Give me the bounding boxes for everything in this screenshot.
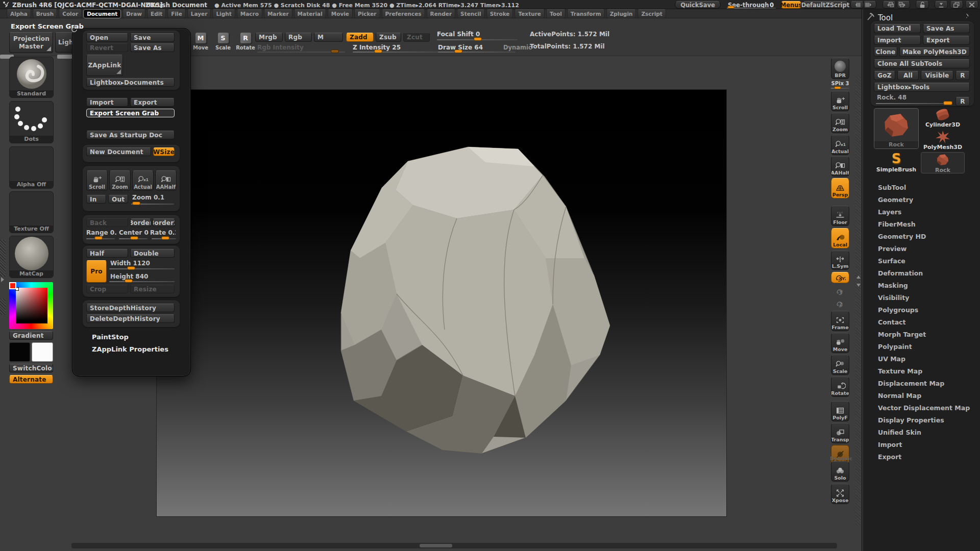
tool-section-vector-displacement-map[interactable]: Vector Displacement Map <box>871 402 975 413</box>
tool-section-texture-map[interactable]: Texture Map <box>871 365 975 377</box>
document-canvas[interactable] <box>156 89 727 517</box>
menu-tab-draw[interactable]: Draw <box>122 9 145 18</box>
main-color-swatch[interactable] <box>9 342 30 362</box>
right-shelf-frame-button[interactable]: Frame <box>831 311 849 331</box>
menu-tab-preferences[interactable]: Preferences <box>382 9 425 18</box>
tool-section-layers[interactable]: Layers <box>871 206 975 217</box>
tool-section-deformation[interactable]: Deformation <box>871 267 975 279</box>
menu-export-screen-grab-button[interactable]: Export Screen Grab <box>86 109 175 117</box>
make-polymesh3d-button[interactable]: Make PolyMesh3D <box>899 47 970 57</box>
transform-move-icon[interactable]: MMove <box>193 33 208 54</box>
titlebar-left-tray-toggle-button[interactable] <box>850 1 864 9</box>
tool-section-polypaint[interactable]: Polypaint <box>871 341 975 352</box>
menu-range-slider-handle[interactable] <box>94 236 103 240</box>
menu-in-button[interactable]: In <box>86 195 106 204</box>
menu-tab-file[interactable]: File <box>167 9 186 18</box>
menu-nav-zoom-button[interactable]: Zoom <box>109 170 131 191</box>
canvas-hscrollbar-track[interactable] <box>71 543 837 548</box>
secondary-color-swatch[interactable] <box>32 342 53 362</box>
menu-new-document-button[interactable]: New Document <box>86 147 151 156</box>
alternate-button[interactable]: Alternate <box>9 375 53 384</box>
load-tool-button[interactable]: Load Tool <box>874 24 921 33</box>
zcut-button[interactable]: Zcut <box>403 33 430 42</box>
tool-section-contact[interactable]: Contact <box>871 316 975 328</box>
menu-nav-aahalf-button[interactable]: AAHalf <box>155 170 177 191</box>
left-shelf-thumb-alpha-off[interactable]: Alpha Off <box>9 146 54 189</box>
menu-tab-marker[interactable]: Marker <box>264 9 292 18</box>
tool-thumb-polymesh3d[interactable]: PolyMesh3D <box>921 130 965 151</box>
tool-thumb-selected-rock[interactable]: Rock <box>874 108 919 149</box>
menu-revert-button[interactable]: Revert <box>86 43 128 52</box>
titlebar-restore-button[interactable] <box>950 1 963 9</box>
zsub-button[interactable]: Zsub <box>376 33 401 42</box>
menu-wsize-button[interactable]: WSize <box>153 147 175 156</box>
left-tray-edge2[interactable] <box>0 298 6 315</box>
menu-tab-material[interactable]: Material <box>294 9 326 18</box>
menu-tab-stroke[interactable]: Stroke <box>486 9 513 18</box>
menu-tab-edit[interactable]: Edit <box>147 9 166 18</box>
menu-crop-button[interactable]: Crop <box>86 285 128 293</box>
z-intensity-track[interactable] <box>353 52 442 53</box>
tool-export-button[interactable]: Export <box>923 36 970 45</box>
spix-handle[interactable] <box>834 86 841 89</box>
right-shelf-transp-button[interactable]: Transp <box>831 423 849 443</box>
goz-all-button[interactable]: All <box>897 71 919 80</box>
right-shelf-y-button[interactable]: Y <box>834 285 846 296</box>
menu-tab-layer[interactable]: Layer <box>187 9 211 18</box>
titlebar-minimize-button[interactable] <box>935 1 948 9</box>
tool-save-as-button[interactable]: Save As <box>923 24 970 33</box>
tool-import-button[interactable]: Import <box>874 36 921 45</box>
menu-height-slider-track[interactable] <box>109 281 175 282</box>
tool-section-masking[interactable]: Masking <box>871 280 975 291</box>
right-shelf-z-button[interactable]: Z <box>834 297 846 309</box>
right-shelf-persp-button[interactable]: Persp <box>831 178 849 198</box>
tool-slider-track[interactable] <box>876 103 952 104</box>
left-shelf-thumb-standard[interactable]: Standard <box>9 57 54 98</box>
z-intensity-handle[interactable] <box>374 49 382 53</box>
sv-box[interactable] <box>16 288 47 323</box>
menu-import-button[interactable]: Import <box>86 98 128 107</box>
right-shelf-xpose-button[interactable]: Xpose <box>831 484 849 504</box>
menu-zapplink-properties-item[interactable]: ZAppLink Properties <box>92 345 168 353</box>
menu-save-as-startup-doc-button[interactable]: Save As Startup Doc <box>86 131 175 139</box>
tool-r-button[interactable]: R <box>955 97 970 106</box>
canvas-hscrollbar-handle[interactable] <box>420 544 452 547</box>
menu-nav-actual-button[interactable]: x1Actual <box>132 170 154 191</box>
rgb-intensity-handle[interactable] <box>331 49 339 53</box>
titlebar-previous-document-button[interactable] <box>883 1 896 9</box>
right-tray-arrow-down-icon[interactable] <box>856 284 861 287</box>
menu-tab-brush[interactable]: Brush <box>33 9 57 18</box>
right-shelf-local-button[interactable]: Local <box>831 228 849 248</box>
menu-tab-macro[interactable]: Macro <box>237 9 262 18</box>
right-shelf-actual-button[interactable]: x1Actual <box>831 135 849 155</box>
menu-tab-light[interactable]: Light <box>212 9 235 18</box>
menu-double-button[interactable]: Double <box>130 249 175 258</box>
menu-tab-texture[interactable]: Texture <box>514 9 544 18</box>
right-shelf-zoom-button[interactable]: Zoom <box>831 113 849 133</box>
menu-tab-zscript[interactable]: Zscript <box>638 9 666 18</box>
right-shelf-scale-button[interactable]: Scale <box>831 355 849 375</box>
projection-master-button[interactable]: Projection Master <box>9 32 53 53</box>
clone-all-subtools-button[interactable]: Clone All SubTools <box>874 59 970 68</box>
tool-section-polygroups[interactable]: Polygroups <box>871 304 975 315</box>
tool-section-preview[interactable]: Preview <box>871 243 975 254</box>
tool-thumb-simplebrush[interactable]: SSimpleBrush <box>874 151 919 173</box>
menu-height-slider-handle[interactable] <box>125 279 133 283</box>
tool-section-uv-map[interactable]: UV Map <box>871 353 975 364</box>
menu-resize-button[interactable]: Resize <box>130 285 175 293</box>
zadd-button[interactable]: Zadd <box>346 33 374 42</box>
menu-save-button[interactable]: Save <box>130 33 175 42</box>
rock-model[interactable] <box>157 90 727 517</box>
right-shelf-rotate-button[interactable]: Rotate <box>831 377 849 397</box>
quicksave-button[interactable]: QuickSave <box>675 1 721 9</box>
transform-rotate-icon[interactable]: RRotate <box>238 33 253 54</box>
menu-save-as-button[interactable]: Save As <box>130 43 175 52</box>
rgb-button[interactable]: Rgb <box>285 33 312 42</box>
menu-zoom-slider-handle[interactable] <box>132 202 140 205</box>
switchcolor-button[interactable]: SwitchColor <box>9 364 53 372</box>
titlebar-right-tray-toggle-button[interactable] <box>863 1 876 9</box>
titlebar-close-button[interactable] <box>965 1 978 9</box>
menu-width-slider-handle[interactable] <box>127 266 135 270</box>
menu-tab-document[interactable]: Document <box>83 9 121 18</box>
menu-tab-alpha[interactable]: Alpha <box>7 9 31 18</box>
